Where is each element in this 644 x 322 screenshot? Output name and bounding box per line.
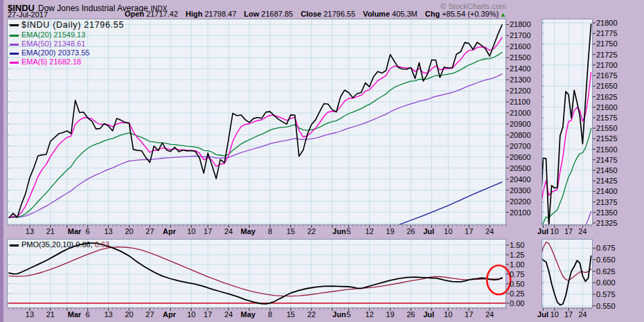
x-axis-label: 17 — [196, 227, 220, 235]
y-axis-label: 20200 — [510, 197, 531, 206]
y-axis-label: 20300 — [510, 186, 531, 195]
y-axis-label: 0.650 — [596, 256, 616, 264]
y-axis-label: 21650 — [596, 82, 618, 90]
legend-swatch — [10, 44, 19, 46]
legend-row: $INDU (Daily) 21796.55 — [10, 20, 124, 30]
y-axis-label: 20500 — [510, 164, 531, 172]
x-axis-label: Apr — [158, 310, 181, 319]
legend-row: PMO(35,20,10) 0.66, 0.63 — [10, 240, 109, 249]
pmo-main-canvas — [7, 239, 527, 315]
x-axis-label: 5 — [337, 227, 361, 235]
legend-label: EMA(20) 21549.13 — [21, 30, 85, 39]
x-axis-label: 10 — [436, 310, 460, 319]
y-axis-label: 1.00 — [510, 260, 524, 269]
pmo-legend-label: PMO(35,20,10) — [21, 240, 75, 249]
y-axis-label: 21000 — [510, 109, 531, 117]
x-axis-label: 20 — [118, 227, 141, 235]
x-axis-label: May — [236, 227, 260, 235]
stockcharts-chart-page: $INDUDow Jones Industrial AverageINDX © … — [0, 0, 644, 322]
x-axis-label: 6 — [76, 227, 100, 235]
y-axis-label: 21500 — [596, 145, 618, 154]
x-axis-label: 8 — [258, 310, 282, 319]
y-axis-label: 20600 — [510, 153, 531, 161]
y-axis-label: 20400 — [510, 175, 531, 184]
quote-item-volume: Volume405.3M — [363, 10, 418, 18]
legend-label: EMA(200) 20373.55 — [21, 48, 89, 57]
y-axis-label: 21100 — [510, 98, 530, 106]
legend-pmo: PMO(35,20,10) 0.66, 0.63 — [10, 240, 109, 249]
x-axis-label: 5 — [337, 310, 361, 319]
x-axis-label: 24 — [478, 227, 501, 235]
x-axis-label: 15 — [279, 227, 303, 235]
legend-swatch — [10, 244, 19, 247]
y-axis-label: 20700 — [510, 142, 531, 150]
y-axis-label: 0.00 — [510, 299, 524, 307]
x-axis-label: 21 — [39, 310, 62, 319]
y-axis-label: 21350 — [596, 208, 618, 217]
legend-swatch — [10, 35, 19, 37]
y-axis-label: 0.50 — [510, 280, 524, 288]
quote-item-open: Open21717.42 — [125, 10, 178, 18]
x-axis-label: 12 — [358, 310, 382, 319]
quote-item-low: Low21687.85 — [244, 10, 293, 18]
x-axis-label: 21 — [39, 227, 62, 235]
y-axis-label: 21775 — [596, 29, 618, 37]
x-axis-label: 17 — [457, 310, 481, 319]
x-axis-label: 22 — [300, 227, 323, 235]
x-axis-label: 19 — [378, 227, 402, 235]
x-axis-label: 17 — [457, 227, 481, 235]
y-axis-label: 21425 — [596, 177, 618, 185]
y-axis-label: 21575 — [596, 114, 618, 122]
change-up-icon: ▲ — [500, 11, 506, 18]
y-axis-label: 21325 — [596, 219, 618, 227]
y-axis-label: 21475 — [596, 156, 618, 164]
y-axis-label: 21750 — [596, 39, 618, 48]
y-axis-label: 21450 — [596, 166, 618, 175]
quote-item-chg: Chg+85.54 (+0.39%)▲ — [425, 10, 506, 18]
y-axis-label: 1.25 — [510, 251, 524, 259]
y-axis-label: 21725 — [596, 51, 618, 59]
pmo-legend-value: 0.66, — [75, 240, 95, 249]
y-axis-label: 21375 — [596, 198, 618, 206]
x-axis-label: 17 — [196, 310, 220, 319]
quote-item-close: Close21796.55 — [301, 10, 355, 18]
x-axis-label: 12 — [358, 227, 382, 235]
legend-row: EMA(200) 20373.55 — [10, 48, 124, 57]
x-axis-label: 10 — [436, 227, 460, 235]
quote-strip: Open21717.42High21798.47Low21687.85Close… — [125, 10, 506, 18]
x-axis-label: Apr — [158, 227, 181, 235]
legend-swatch — [10, 24, 19, 26]
x-axis-label: 15 — [279, 310, 303, 319]
legend-swatch — [10, 53, 19, 55]
x-axis-label: 13 — [97, 227, 120, 235]
y-axis-label: 0.25 — [510, 289, 524, 298]
chart-date: 27-Jul-2017 — [8, 10, 48, 19]
quote-item-high: High21798.47 — [186, 10, 236, 18]
y-axis-label: 21550 — [596, 124, 618, 132]
x-axis-label: 24 — [478, 310, 501, 319]
y-axis-label: 21600 — [510, 42, 531, 51]
legend-label: EMA(50) 21348.61 — [21, 39, 85, 48]
x-axis-label: 19 — [378, 310, 402, 319]
window-edge-stripe — [0, 0, 3, 322]
y-axis-label: 1.50 — [510, 241, 524, 249]
y-axis-label: 0.575 — [596, 290, 616, 298]
y-axis-label: 21700 — [510, 31, 531, 39]
x-axis-label: 24 — [571, 310, 594, 319]
y-axis-label: 0.550 — [596, 302, 616, 310]
legend-label: EMA(5) 21682.18 — [21, 57, 81, 66]
legend-row: EMA(5) 21682.18 — [10, 57, 124, 66]
y-axis-label: 21800 — [510, 20, 531, 28]
y-axis-label: 21500 — [510, 53, 531, 62]
x-axis-label: May — [236, 310, 260, 319]
y-axis-label: 21675 — [596, 71, 618, 80]
x-axis-label: 8 — [258, 227, 282, 235]
pmo-legend-value: 0.63 — [95, 240, 109, 249]
x-axis-label: 20 — [118, 310, 141, 319]
y-axis-label: 21600 — [596, 103, 618, 111]
y-axis-label: 21300 — [510, 75, 531, 84]
x-axis-label: 6 — [76, 310, 100, 319]
y-axis-label: 0.600 — [596, 278, 616, 287]
x-axis-label: 22 — [300, 310, 323, 319]
y-axis-label: 21400 — [596, 187, 618, 195]
